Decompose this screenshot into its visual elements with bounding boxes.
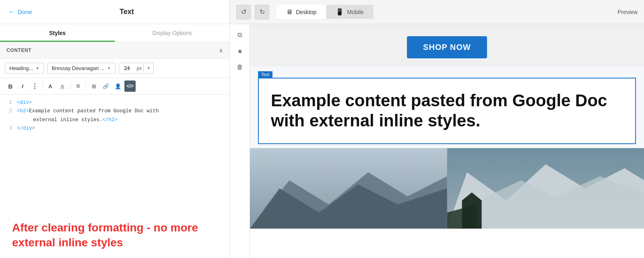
font-color-button[interactable]: A bbox=[45, 80, 56, 92]
heading-arrow-icon: ▼ bbox=[35, 66, 39, 70]
preview-button[interactable]: Preview bbox=[617, 9, 638, 15]
shop-area: SHOP NOW bbox=[250, 24, 644, 66]
line-content: external inline styles.</h2> bbox=[17, 116, 118, 124]
image-row bbox=[250, 148, 644, 229]
code-line-2b: external inline styles.</h2> bbox=[6, 116, 224, 124]
undo-button[interactable]: ↺ bbox=[236, 5, 251, 19]
bold-button[interactable]: B bbox=[5, 80, 16, 92]
image-left bbox=[250, 148, 447, 229]
line-number bbox=[6, 116, 12, 124]
line-number: 3 bbox=[6, 124, 12, 133]
canvas-area: ⧉ ★ 🗑 SHOP NOW Text bbox=[230, 24, 644, 258]
mobile-view-tab[interactable]: 📱 Mobile bbox=[326, 5, 373, 19]
star-icon[interactable]: ★ bbox=[233, 44, 247, 58]
toolbar-separator-1 bbox=[42, 82, 43, 90]
desktop-view-tab[interactable]: 🖥 Desktop bbox=[277, 5, 326, 19]
person-button[interactable]: 👤 bbox=[112, 80, 124, 92]
right-panel: ↺ ↻ 🖥 Desktop 📱 Mobile Preview bbox=[230, 0, 644, 258]
panel-header: ← Done Text bbox=[0, 0, 229, 24]
code-editor[interactable]: 1 <div> 2 <h2>Example content pasted fro… bbox=[0, 95, 229, 213]
preview-content: SHOP NOW Text Example content pasted fro… bbox=[250, 24, 644, 258]
text-badge: Text bbox=[258, 71, 272, 78]
desktop-icon: 🖥 bbox=[286, 8, 293, 16]
content-label: CONTENT bbox=[6, 47, 31, 53]
mobile-icon: 📱 bbox=[336, 8, 344, 16]
text-element-content: Example content pasted from Google Doc w… bbox=[271, 91, 623, 131]
editor-topbar: ↺ ↻ 🖥 Desktop 📱 Mobile Preview bbox=[230, 0, 644, 24]
font-arrow-icon: ▼ bbox=[107, 66, 111, 70]
redo-icon: ↻ bbox=[260, 8, 265, 16]
website-preview: SHOP NOW Text Example content pasted fro… bbox=[250, 24, 644, 258]
code-view-button[interactable]: </> bbox=[124, 80, 136, 92]
rich-text-toolbar: B I ⋮ A A ≡ ⊞ 🔗 👤 </> bbox=[0, 78, 229, 95]
side-toolbar: ⧉ ★ 🗑 bbox=[230, 24, 250, 258]
content-section-header: CONTENT ∧ bbox=[0, 42, 229, 59]
text-element-label: Text bbox=[258, 70, 636, 78]
font-size-input[interactable] bbox=[119, 63, 135, 73]
done-label: Done bbox=[18, 8, 32, 15]
done-button[interactable]: ← Done bbox=[8, 8, 32, 16]
italic-button[interactable]: I bbox=[17, 80, 28, 92]
mobile-label: Mobile bbox=[347, 9, 363, 15]
more-format-button[interactable]: ⋮ bbox=[29, 80, 40, 92]
layers-icon[interactable]: ⧉ bbox=[233, 28, 247, 42]
main-text: Example content pasted from Google Doc w… bbox=[271, 91, 607, 130]
code-line-1: 1 <div> bbox=[6, 99, 224, 107]
code-line-2: 2 <h2>Example content pasted from Google… bbox=[6, 107, 224, 116]
line-content: <h2>Example content pasted from Google D… bbox=[17, 107, 159, 116]
line-content: <div> bbox=[17, 99, 32, 107]
font-label: Bressay Devanagari ... bbox=[52, 65, 105, 71]
line-content: </div> bbox=[17, 124, 35, 133]
preview-label: Preview bbox=[617, 9, 638, 15]
annotation-text: After clearing formatting - no more exte… bbox=[12, 221, 198, 248]
shop-now-button[interactable]: SHOP NOW bbox=[407, 36, 487, 58]
text-element-box[interactable]: Example content pasted from Google Doc w… bbox=[258, 78, 636, 144]
mountain-left-svg bbox=[250, 148, 447, 229]
panel-title: Text bbox=[32, 8, 221, 16]
text-format-toolbar: Heading... ▼ Bressay Devanagari ... ▼ px… bbox=[0, 59, 229, 78]
trash-icon[interactable]: 🗑 bbox=[233, 60, 247, 74]
code-line-3: 3 </div> bbox=[6, 124, 224, 133]
text-element-wrapper: Text Example content pasted from Google … bbox=[250, 66, 644, 148]
tabs-bar: Styles Display Options bbox=[0, 24, 229, 42]
link-button[interactable]: 🔗 bbox=[100, 80, 111, 92]
image-insert-button[interactable]: ⊞ bbox=[88, 80, 99, 92]
desktop-label: Desktop bbox=[296, 9, 316, 15]
back-arrow-icon: ← bbox=[8, 8, 15, 16]
heading-dropdown[interactable]: Heading... ▼ bbox=[5, 63, 44, 74]
bg-color-button[interactable]: A bbox=[57, 80, 68, 92]
line-number: 1 bbox=[6, 99, 12, 107]
undo-icon: ↺ bbox=[241, 8, 246, 16]
collapse-button[interactable]: ∧ bbox=[219, 47, 223, 54]
view-tabs: 🖥 Desktop 📱 Mobile bbox=[277, 5, 374, 19]
redo-button[interactable]: ↻ bbox=[255, 5, 269, 19]
tab-styles[interactable]: Styles bbox=[0, 24, 115, 42]
toolbar-separator-3 bbox=[86, 82, 86, 90]
align-button[interactable]: ≡ bbox=[72, 80, 84, 92]
tab-display-options[interactable]: Display Options bbox=[115, 24, 229, 42]
mountain-right-svg bbox=[447, 148, 644, 229]
font-size-unit: px bbox=[135, 66, 144, 71]
heading-label: Heading... bbox=[9, 65, 33, 71]
font-size-control: px ▼ bbox=[119, 63, 154, 74]
font-size-arrow-icon[interactable]: ▼ bbox=[143, 64, 153, 72]
toolbar-separator-2 bbox=[70, 82, 70, 90]
font-dropdown[interactable]: Bressay Devanagari ... ▼ bbox=[47, 63, 115, 74]
annotation-block: After clearing formatting - no more exte… bbox=[0, 213, 229, 258]
image-right bbox=[447, 148, 644, 229]
line-number: 2 bbox=[6, 107, 12, 116]
left-panel: ← Done Text Styles Display Options CONTE… bbox=[0, 0, 230, 258]
shop-now-label: SHOP NOW bbox=[423, 43, 471, 52]
